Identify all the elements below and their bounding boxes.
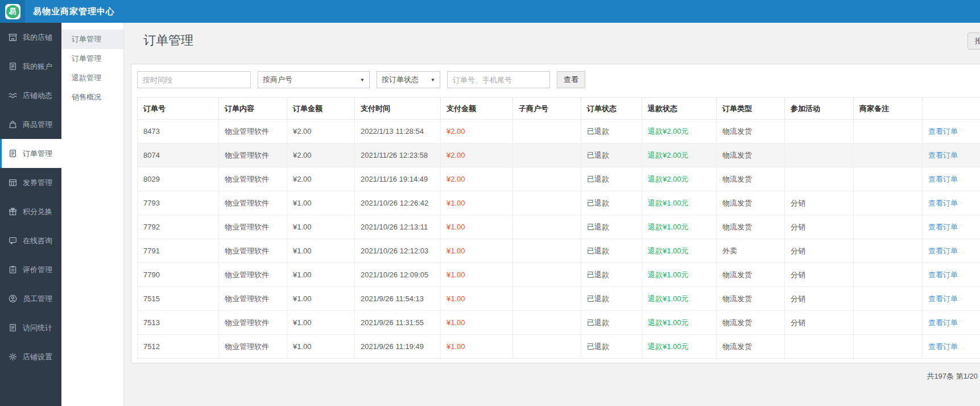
chevron-down-icon: ▼ [360, 77, 365, 83]
cell-activity [785, 335, 854, 359]
cell-note [854, 120, 923, 143]
submenu-item-order-mgmt-header[interactable]: 订单管理 [61, 30, 123, 49]
view-order-link[interactable]: 查看订单 [928, 223, 958, 231]
column-header: 订单金额 [287, 98, 355, 120]
cell-pay-amount: ¥1.00 [441, 335, 513, 359]
cell-note [854, 239, 923, 263]
column-header: 支付金额 [441, 98, 513, 120]
cell-type: 物流发货 [717, 215, 785, 239]
logo-square: 易 [5, 4, 20, 19]
promote-button[interactable]: 推 [967, 32, 980, 50]
cell-amount: ¥2.00 [287, 167, 355, 191]
cell-activity: 分销 [785, 215, 854, 239]
sidebar-item-account[interactable]: 我的账户 [0, 52, 61, 81]
cell-note [854, 335, 923, 359]
cell-refund: 退款¥1.00元 [642, 335, 717, 359]
view-order-link[interactable]: 查看订单 [928, 294, 958, 303]
cell-order-no: 7513 [138, 311, 219, 335]
cell-order-no: 7792 [138, 215, 219, 239]
view-order-link[interactable]: 查看订单 [928, 199, 958, 207]
waves-icon [8, 91, 18, 100]
table-row: 7791物业管理软件¥1.002021/10/26 12:12:03¥1.00已… [138, 239, 980, 263]
merchant-select-value: 按商户号 [263, 75, 292, 85]
sidebar-item-settings[interactable]: 店铺设置 [0, 342, 61, 371]
submenu-item-sales-overview[interactable]: 销售概况 [61, 88, 123, 107]
logo-icon: 易 [6, 5, 19, 18]
column-header: 订单内容 [219, 98, 287, 120]
cell-type: 物流发货 [717, 335, 785, 359]
sidebar-item-label: 我的店铺 [23, 32, 52, 43]
merchant-select[interactable]: 按商户号 ▼ [258, 71, 370, 88]
cell-status: 已退款 [581, 143, 642, 167]
cell-sub-merchant [513, 287, 581, 311]
sidebar-item-goods[interactable]: 商品管理 [0, 110, 61, 139]
cell-sub-merchant [513, 215, 581, 239]
view-order-link[interactable]: 查看订单 [928, 175, 958, 183]
cell-type: 物流发货 [717, 191, 785, 215]
cell-order-no: 8074 [138, 143, 219, 167]
cell-note [854, 311, 923, 335]
cell-type: 物流发货 [717, 143, 785, 167]
cell-action: 查看订单 [923, 191, 980, 215]
sidebar-item-staff[interactable]: 员工管理 [0, 284, 61, 313]
sidebar-item-label: 发券管理 [23, 178, 52, 188]
sidebar-item-points[interactable]: 积分兑换 [0, 197, 61, 226]
submenu-item-refund-mgmt[interactable]: 退款管理 [61, 68, 123, 88]
sidebar-item-orders[interactable]: 订单管理 [0, 139, 61, 168]
view-order-link[interactable]: 查看订单 [928, 318, 958, 327]
time-range-input[interactable] [137, 71, 251, 88]
cell-content: 物业管理软件 [219, 239, 287, 263]
cell-refund: 退款¥1.00元 [642, 311, 717, 335]
table-row: 7792物业管理软件¥1.002021/10/26 12:13:11¥1.00已… [138, 215, 980, 239]
cell-refund: 退款¥2.00元 [642, 167, 717, 191]
view-order-link[interactable]: 查看订单 [928, 127, 958, 136]
cell-amount: ¥1.00 [287, 287, 355, 311]
cell-type: 外卖 [717, 239, 785, 263]
cell-activity [785, 120, 854, 143]
gift-icon [8, 207, 18, 216]
sidebar-item-shop[interactable]: 我的店铺 [0, 23, 61, 52]
cell-pay-time: 2021/9/26 11:19:49 [355, 335, 441, 359]
cell-activity: 分销 [785, 287, 854, 311]
sidebar-item-visits[interactable]: 访问统计 [0, 313, 61, 342]
order-search-input[interactable] [447, 71, 550, 88]
submenu-item-order-mgmt[interactable]: 订单管理 [61, 49, 123, 68]
view-button[interactable]: 查看 [557, 71, 585, 88]
view-order-link[interactable]: 查看订单 [928, 342, 958, 351]
cell-action: 查看订单 [923, 311, 980, 335]
view-order-link[interactable]: 查看订单 [928, 151, 958, 159]
table-row: 7515物业管理软件¥1.002021/9/26 11:54:13¥1.00已退… [138, 287, 980, 311]
sidebar-item-label: 我的账户 [23, 61, 52, 72]
pagination-summary: 共197条 第1/20 [927, 371, 978, 382]
view-order-link[interactable]: 查看订单 [928, 247, 958, 255]
cell-type: 物流发货 [717, 311, 785, 335]
view-order-link[interactable]: 查看订单 [928, 270, 958, 279]
table-row: 8029物业管理软件¥2.002021/11/16 19:14:49¥2.00已… [138, 167, 980, 191]
chevron-down-icon: ▼ [431, 77, 435, 83]
cell-type: 物流发货 [717, 287, 785, 311]
cell-pay-time: 2021/9/26 11:54:13 [355, 287, 441, 311]
cell-action: 查看订单 [923, 287, 980, 311]
sidebar-item-activity[interactable]: 店铺动态 [0, 81, 61, 110]
order-status-select[interactable]: 按订单状态 ▼ [377, 71, 440, 88]
main-sidebar: 我的店铺我的账户店铺动态商品管理订单管理发券管理积分兑换在线咨询评价管理员工管理… [0, 23, 61, 406]
cell-order-no: 7512 [138, 335, 219, 359]
filter-bar: 按商户号 ▼ 按订单状态 ▼ 查看 [137, 71, 980, 88]
table-row: 7512物业管理软件¥1.002021/9/26 11:19:49¥1.00已退… [138, 335, 980, 359]
sidebar-item-consult[interactable]: 在线咨询 [0, 226, 61, 255]
app-logo[interactable]: 易 [0, 0, 25, 23]
main-content: 订单管理 推 按商户号 ▼ 按订单状态 ▼ 查看 订单号订单内容订单金额支付时间… [124, 23, 980, 406]
table-row: 7790物业管理软件¥1.002021/10/26 12:09:05¥1.00已… [138, 263, 980, 287]
sidebar-item-coupons[interactable]: 发券管理 [0, 168, 61, 197]
cell-pay-amount: ¥1.00 [441, 311, 513, 335]
cell-pay-amount: ¥1.00 [441, 239, 513, 263]
column-header: 订单状态 [581, 98, 642, 120]
cell-order-no: 7515 [138, 287, 219, 311]
cell-sub-merchant [513, 263, 581, 287]
page-title: 订单管理 [143, 32, 193, 49]
cell-action: 查看订单 [923, 335, 980, 359]
cell-status: 已退款 [581, 191, 642, 215]
cell-activity: 分销 [785, 263, 854, 287]
cell-type: 物流发货 [717, 167, 785, 191]
sidebar-item-reviews[interactable]: 评价管理 [0, 255, 61, 284]
